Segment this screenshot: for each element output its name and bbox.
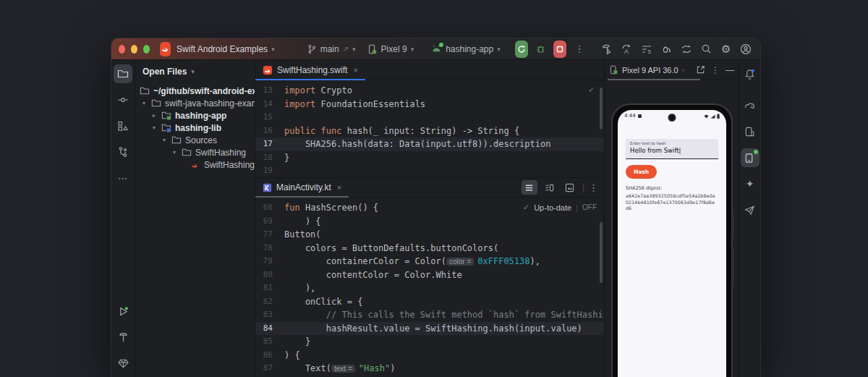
split-view-button[interactable] xyxy=(542,180,558,195)
code-line[interactable]: 79 containerColor = Color(color =0xFFF05… xyxy=(255,255,604,268)
build-tool-button[interactable] xyxy=(114,328,132,347)
line-number: 85 xyxy=(255,335,284,349)
commit-tool-button[interactable] xyxy=(114,90,132,109)
code-line[interactable]: 84 hashResult.value = SwiftHashing.hash(… xyxy=(255,322,604,336)
editor1-scrollbar[interactable] xyxy=(600,88,603,130)
project-selector[interactable]: Swift Android Examples ▾ xyxy=(176,44,275,54)
line-number: 18 xyxy=(255,151,284,165)
tree-item[interactable]: ▾hashing-lib xyxy=(140,122,255,134)
code-token: SHA256.hash(data: Data(input.utf8)).desc… xyxy=(284,139,550,149)
tree-chevron-icon[interactable]: ▾ xyxy=(140,100,148,106)
debug-button[interactable] xyxy=(534,41,548,58)
structure-tool-button[interactable] xyxy=(114,117,132,135)
code-line[interactable]: 17 SHA256.hash(data: Data(input.utf8)).d… xyxy=(255,137,604,151)
code-line[interactable]: 82 onClick = { xyxy=(255,295,604,309)
panel-more-button[interactable]: ⋮ xyxy=(711,65,720,75)
minimize-window-button[interactable] xyxy=(131,45,137,54)
split-view-icon xyxy=(545,183,554,192)
settings-button[interactable]: ⚙ xyxy=(719,41,733,58)
live-edit-toggle[interactable]: OFF xyxy=(582,203,597,211)
close-tab-icon[interactable]: × xyxy=(337,183,341,192)
run-config-selector[interactable]: hashing-app ▾ xyxy=(431,44,501,54)
code-line[interactable]: 77Button( xyxy=(255,228,604,242)
tree-item[interactable]: ~/github/swift-android-examples xyxy=(140,85,255,97)
tree-chevron-icon[interactable]: ▾ xyxy=(170,149,179,156)
tree-item-label: SwiftHashing.swift xyxy=(204,160,255,170)
tree-chevron-icon[interactable]: ▸ xyxy=(150,112,158,119)
apply-code-changes-button[interactable]: A xyxy=(619,41,634,58)
tree-item[interactable]: ▾SwiftHashing xyxy=(140,146,255,158)
code-line[interactable]: 87 Text(text ="Hash") xyxy=(255,362,604,376)
code-line[interactable]: 80 contentColor = Color.White xyxy=(255,268,604,282)
tree-item[interactable]: ▾Sources xyxy=(140,134,255,146)
open-in-window-icon[interactable] xyxy=(696,65,705,75)
code-line[interactable]: 81 ), xyxy=(255,281,604,295)
code-token: func xyxy=(321,126,342,136)
close-tab-icon[interactable]: × xyxy=(353,66,357,75)
code-line[interactable]: 16public func hash(_ input: String) -> S… xyxy=(255,124,604,138)
chevron-down-icon: ▾ xyxy=(497,46,501,53)
hash-button[interactable]: Hash xyxy=(626,165,657,179)
code-line[interactable]: 78 colors = ButtonDefaults.buttonColors( xyxy=(255,242,604,255)
editor-more-button[interactable]: ⋮ xyxy=(589,182,598,193)
code-token: ) { xyxy=(284,350,300,360)
tree-item[interactable]: ▸hashing-app xyxy=(140,109,255,122)
editor2-scrollbar[interactable] xyxy=(600,222,603,283)
close-window-button[interactable] xyxy=(119,45,125,54)
app-insights-button[interactable] xyxy=(741,200,760,219)
run-tool-button[interactable] xyxy=(114,302,132,321)
stop-button[interactable] xyxy=(553,41,566,58)
maximize-window-button[interactable] xyxy=(143,45,150,54)
restart-activity-button[interactable] xyxy=(659,41,673,58)
notifications-button[interactable] xyxy=(741,64,760,83)
tree-chevron-icon[interactable]: ▾ xyxy=(160,137,169,143)
pull-requests-tool-button[interactable] xyxy=(114,143,132,161)
code-line[interactable]: 69 ) { xyxy=(255,215,604,229)
device-selector[interactable]: Pixel 9 ▾ xyxy=(367,44,414,54)
code-line[interactable]: 83 // This calls the Swift method `hash`… xyxy=(255,308,604,322)
device-list-button[interactable]: 5 xyxy=(639,41,654,58)
project-view-selector[interactable]: Open Files ▾ xyxy=(135,60,255,82)
hide-panel-button[interactable]: — xyxy=(726,65,734,75)
tree-item[interactable]: SwiftHashing.swift xyxy=(140,158,255,171)
editor2-code[interactable]: ✓ Up-to-date | OFF 68fun HashScreen() {6… xyxy=(255,198,604,377)
more-actions-button[interactable]: ⋮ xyxy=(572,41,587,58)
design-view-button[interactable] xyxy=(562,180,578,195)
tab-mainactivity-kt[interactable]: MainActivity.kt × xyxy=(255,178,349,197)
search-everywhere-button[interactable] xyxy=(699,41,713,58)
dependencies-tool-button[interactable] xyxy=(114,354,132,373)
editor1-code[interactable]: ✓ 13import Crypto14import FoundationEsse… xyxy=(255,80,604,177)
profile-app-button[interactable] xyxy=(600,41,614,58)
code-line[interactable]: 14import FoundationEssentials xyxy=(255,98,604,111)
code-line[interactable]: 13import Crypto xyxy=(255,84,604,98)
code-line[interactable]: 85 } xyxy=(255,335,604,349)
chevron-down-icon: ▾ xyxy=(352,46,356,53)
rerun-button[interactable] xyxy=(515,41,528,58)
code-line[interactable]: 19 xyxy=(255,164,604,177)
gemini-button[interactable]: ✦ xyxy=(741,174,760,193)
running-devices-button[interactable] xyxy=(741,148,760,167)
tree-item[interactable]: ▾swift-java-hashing-example xyxy=(140,97,255,109)
line-number: 86 xyxy=(255,349,284,363)
check-icon: ✓ xyxy=(523,203,529,212)
more-tools-button[interactable]: ⋯ xyxy=(114,169,132,187)
project-tool-button[interactable] xyxy=(114,64,132,83)
tree-chevron-icon[interactable]: ▾ xyxy=(150,124,158,131)
run-play-icon xyxy=(118,306,129,317)
device-manager-button[interactable] xyxy=(741,122,760,141)
account-button[interactable] xyxy=(739,41,753,58)
emulator-screen[interactable]: 4:44 Enter text to hash Hello from Swift… xyxy=(618,110,726,377)
line-number: 68 xyxy=(255,201,284,215)
device-tab-label[interactable]: Pixel 9 API 36.0 xyxy=(622,66,678,75)
code-line[interactable]: 15 xyxy=(255,111,604,124)
code-token: import xyxy=(284,99,315,109)
line-number: 15 xyxy=(255,111,284,124)
code-view-button[interactable] xyxy=(522,180,537,195)
hash-input-field[interactable]: Enter text to hash Hello from Swift| xyxy=(626,139,718,159)
code-line[interactable]: 86) { xyxy=(255,349,604,363)
code-line[interactable]: 18} xyxy=(255,151,604,165)
gradle-tool-button[interactable] xyxy=(741,96,760,115)
sync-project-button[interactable] xyxy=(679,41,694,58)
tab-swifthashing-swift[interactable]: SwiftHashing.swift × xyxy=(255,60,365,80)
vcs-branch-widget[interactable]: main ↗ ▾ xyxy=(307,44,356,54)
